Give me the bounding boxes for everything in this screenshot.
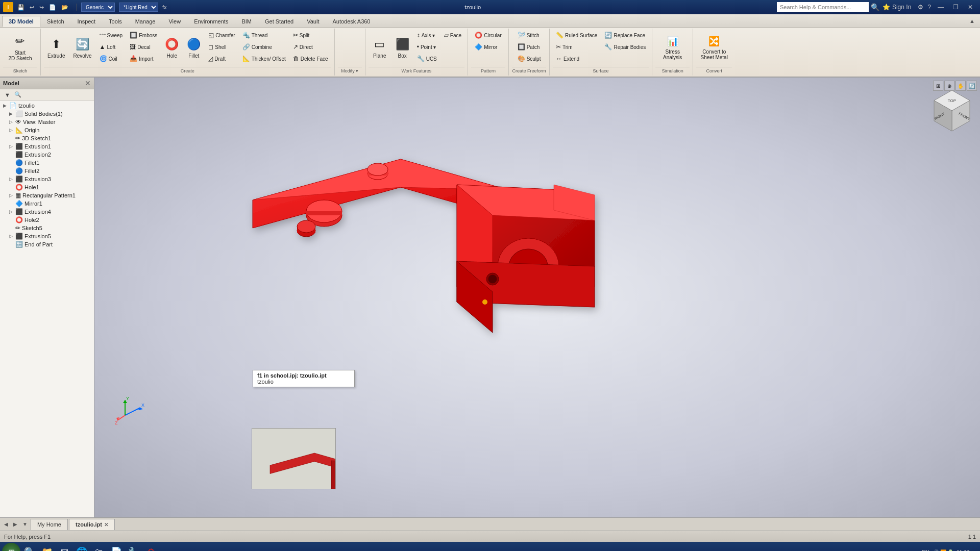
tab-autodesk[interactable]: Autodesk A360 (326, 16, 377, 27)
circular-btn[interactable]: ⭕Circular (472, 30, 504, 41)
thread-btn[interactable]: 🔩Thread (239, 30, 289, 41)
start-button[interactable]: ⊞ (2, 543, 20, 551)
stress-analysis-btn[interactable]: 📊 StressAnalysis (657, 30, 688, 66)
taskbar-search[interactable]: 🔍 (21, 544, 38, 551)
new-btn[interactable]: 📄 (47, 3, 58, 12)
tree-item-extrusion2[interactable]: ⬛ Extrusion2 (1, 151, 93, 159)
undo-btn[interactable]: ↩ (28, 3, 36, 12)
ribbon-toggle[interactable]: ▲ (966, 18, 978, 24)
tab-bim[interactable]: BIM (235, 16, 258, 27)
tab-3d-model[interactable]: 3D Model (2, 16, 40, 27)
tree-item-extrusion1[interactable]: ▷ ⬛ Extrusion1 (1, 142, 93, 151)
repair-bodies-btn[interactable]: 🔧Repair Bodies (601, 41, 649, 53)
search-input[interactable] (777, 2, 869, 12)
emboss-btn[interactable]: 🔲Emboss (127, 30, 160, 41)
taskbar-red-icon[interactable]: ⚙ (143, 544, 159, 551)
taskbar-explorer[interactable]: 📁 (39, 544, 55, 551)
tab-view[interactable]: View (162, 16, 187, 27)
split-btn[interactable]: ✂Split (290, 30, 331, 41)
draft-btn[interactable]: ◿Draft (205, 53, 238, 64)
tab-vault[interactable]: Vault (300, 16, 326, 27)
tab-close-btn[interactable]: ✕ (104, 522, 108, 528)
tab-environments[interactable]: Environments (187, 16, 235, 27)
start-2d-sketch-btn[interactable]: ✏ Start2D Sketch (5, 30, 35, 66)
tab-sketch[interactable]: Sketch (40, 16, 71, 27)
tab-scroll-right[interactable]: ▶ (11, 520, 19, 528)
search-tree-btn[interactable]: 🔍 (13, 91, 23, 98)
tab-list-btn[interactable]: ▼ (20, 520, 30, 528)
open-btn[interactable]: 📂 (59, 3, 70, 12)
tree-item-root[interactable]: ▶ 📄 tzoulio (1, 102, 93, 110)
fit-all-btn[interactable]: ⊞ (933, 81, 943, 91)
ruled-surface-btn[interactable]: 📏Ruled Surface (553, 30, 600, 41)
tree-item-fillet2[interactable]: 🔵 Fillet2 (1, 167, 93, 175)
taskbar-browser[interactable]: 🌐 (74, 544, 90, 551)
ucs-btn[interactable]: 🔧UCS (414, 53, 440, 64)
taskbar-files[interactable]: 🗂 (91, 544, 107, 551)
decal-btn[interactable]: 🖼Decal (127, 41, 160, 53)
shell-btn[interactable]: ◻Shell (205, 41, 238, 53)
coil-btn[interactable]: 🌀Coil (96, 53, 126, 64)
loft-btn[interactable]: ▲Loft (96, 41, 126, 53)
maximize-btn[interactable]: ❐ (949, 3, 963, 12)
tree-item-sketch5[interactable]: ✏ Sketch5 (1, 224, 93, 232)
taskbar-pdf[interactable]: 📄 (108, 544, 125, 551)
tree-item-origin[interactable]: ▷ 📐 Origin (1, 126, 93, 134)
tree-item-solid-bodies[interactable]: ▶ ⬜ Solid Bodies(1) (1, 110, 93, 118)
tree-item-extrusion3[interactable]: ▷ ⬛ Extrusion3 (1, 175, 93, 183)
redo-btn[interactable]: ↪ (37, 3, 46, 12)
tab-scroll-left[interactable]: ◀ (2, 520, 10, 528)
taskbar-mail[interactable]: ✉ (56, 544, 72, 551)
tab-manage[interactable]: Manage (129, 16, 162, 27)
direct-btn[interactable]: ↗Direct (290, 41, 331, 53)
trim-btn[interactable]: ✂Trim (553, 41, 600, 53)
convert-sheet-metal-btn[interactable]: 🔀 Convert toSheet Metal (696, 30, 732, 66)
view-cube[interactable]: TOP FRONT RIGHT (929, 88, 975, 134)
rotate-btn[interactable]: 🔄 (967, 81, 977, 91)
help-btn[interactable]: ? (927, 4, 931, 11)
filter-btn[interactable]: ▼ (3, 91, 12, 98)
sidebar-close-btn[interactable]: ✕ (85, 79, 91, 87)
axis-btn[interactable]: ↕Axis ▾ (414, 30, 440, 41)
mirror-btn[interactable]: 🔷Mirror (472, 41, 504, 53)
tree-item-fillet1[interactable]: 🔵 Fillet1 (1, 159, 93, 167)
tab-get-started[interactable]: Get Started (258, 16, 300, 27)
pan-btn[interactable]: ✋ (955, 81, 966, 91)
style-select[interactable]: Generic (81, 3, 115, 12)
box-btn[interactable]: ⬛ Box (392, 30, 413, 66)
tab-my-home[interactable]: My Home (31, 519, 68, 530)
hole-btn[interactable]: ⭕ Hole (161, 30, 182, 66)
help-icon[interactable]: ⭐ (883, 4, 890, 11)
stitch-btn[interactable]: 🪡Stitch (514, 30, 544, 41)
tree-item-view-master[interactable]: ▷ 👁 View: Master (1, 118, 93, 126)
search-icon[interactable]: 🔍 (871, 3, 879, 11)
extend-btn[interactable]: ↔Extend (553, 53, 600, 64)
settings-icon[interactable]: ⚙ (918, 4, 923, 11)
fillet-btn[interactable]: 🔵 Fillet (183, 30, 204, 66)
tab-tools[interactable]: Tools (102, 16, 129, 27)
tree-item-extrusion4[interactable]: ▷ ⬛ Extrusion4 (1, 208, 93, 216)
tree-item-hole2[interactable]: ⭕ Hole2 (1, 216, 93, 224)
zoom-btn[interactable]: ⊕ (944, 81, 954, 91)
tree-item-end-of-part[interactable]: 🔚 End of Part (1, 240, 93, 248)
face-btn[interactable]: ▱Face (441, 30, 464, 41)
plane-btn[interactable]: ▭ Plane (369, 30, 391, 66)
replace-face-btn[interactable]: 🔄Replace Face (601, 30, 649, 41)
revolve-btn[interactable]: 🔄 Revolve (69, 30, 95, 66)
tree-item-mirror1[interactable]: 🔷 Mirror1 (1, 199, 93, 208)
formula-btn[interactable]: fx (162, 4, 167, 10)
chamfer-btn[interactable]: ◱Chamfer (205, 30, 238, 41)
combine-btn[interactable]: 🔗Combine (239, 41, 289, 53)
point-btn[interactable]: •Point ▾ (414, 41, 440, 53)
tree-item-extrusion5[interactable]: ▷ ⬛ Extrusion5 (1, 232, 93, 240)
delete-face-btn[interactable]: 🗑Delete Face (290, 53, 331, 64)
patch-btn[interactable]: 🔲Patch (514, 41, 544, 53)
taskbar-autodesk[interactable]: 🔧 (126, 544, 142, 551)
tree-item-rect-pattern1[interactable]: ▷ ▦ Rectangular Pattern1 (1, 191, 93, 199)
close-btn[interactable]: ✕ (964, 3, 977, 12)
viewport[interactable]: TOP FRONT RIGHT ⊞ ⊕ ✋ 🔄 (94, 78, 980, 517)
sculpt-btn[interactable]: 🎨Sculpt (514, 53, 544, 64)
thicken-btn[interactable]: 📐Thicken/ Offset (239, 53, 289, 64)
tree-item-3dsketch1[interactable]: ✏ 3D Sketch1 (1, 134, 93, 142)
sign-in-btn[interactable]: Sign In (892, 4, 911, 11)
